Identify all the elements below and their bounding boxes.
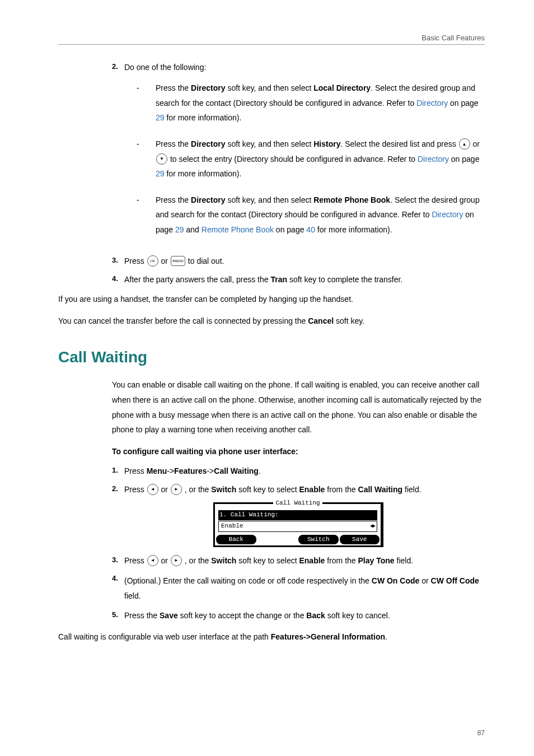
screen-row-highlight: 1. Call Waiting: <box>218 510 377 520</box>
ok-button-icon: OK <box>147 255 158 267</box>
text: . <box>259 466 261 475</box>
left-right-arrows-icon: ◄► <box>370 522 374 531</box>
page-link[interactable]: 29 <box>156 113 165 122</box>
sub-bullet-3: - Press the Directory soft key, and then… <box>137 193 485 237</box>
features-label: Features <box>174 466 207 475</box>
text: or <box>159 256 170 265</box>
text: on page <box>274 225 306 234</box>
text: Press <box>124 466 147 475</box>
save-label: Save <box>160 611 178 620</box>
text: or <box>159 485 170 494</box>
text: Call waiting is configurable via web use… <box>58 632 271 641</box>
text: to select the entry (Directory should be… <box>168 155 418 164</box>
step-number: 4. <box>112 573 124 603</box>
tran-label: Tran <box>270 275 287 284</box>
switch-label: Switch <box>211 485 236 494</box>
down-arrow-icon: ▼ <box>156 153 167 165</box>
text: field. <box>124 591 141 600</box>
call-waiting-label: Call Waiting <box>214 466 259 475</box>
hash-send-button-icon: #SEND <box>171 256 185 266</box>
configure-heading: To configure call waiting via phone user… <box>112 444 485 459</box>
text: to dial out. <box>186 256 224 265</box>
web-path-label: Features->General Information <box>271 632 385 641</box>
step-4: 4. After the party answers the call, pre… <box>112 274 485 285</box>
cancel-label: Cancel <box>308 316 334 325</box>
screen-title: Call Waiting <box>273 500 322 506</box>
step-number: 2. <box>112 484 124 496</box>
menu-label: Menu <box>147 466 167 475</box>
left-arrow-icon: ◄ <box>147 484 158 495</box>
right-arrow-icon: ► <box>171 484 182 495</box>
directory-label: Directory <box>191 195 225 204</box>
text: field. <box>395 556 413 565</box>
step-number: 1. <box>112 465 124 477</box>
text: soft key, and then select <box>226 83 314 92</box>
text: , or the <box>182 556 211 565</box>
switch-label: Switch <box>211 556 236 565</box>
screen-value: Enable <box>221 522 243 531</box>
step-text: Do one of the following: <box>124 63 206 72</box>
directory-link[interactable]: Directory <box>432 210 463 219</box>
sub-bullet-2: - Press the Directory soft key, and then… <box>137 137 485 181</box>
text: soft key, and then select <box>226 139 314 148</box>
text: for more information). <box>165 169 242 178</box>
step-2: 2. Do one of the following: - Press the … <box>112 62 485 249</box>
web-path-note: Call waiting is configurable via web use… <box>58 629 485 645</box>
directory-link[interactable]: Directory <box>416 99 448 108</box>
text: and <box>184 225 202 234</box>
text: for more information). <box>315 225 392 234</box>
text: . Select the desired list and press <box>340 139 458 148</box>
page-header: Basic Call Features <box>58 34 485 45</box>
call-waiting-description: You can enable or disable call waiting o… <box>112 377 485 437</box>
text: Press the <box>156 139 191 148</box>
save-softkey: Save <box>340 535 380 544</box>
dash: - <box>137 137 156 181</box>
text: soft key to complete the transfer. <box>287 275 402 284</box>
screen-input: Enable ◄► <box>218 521 377 532</box>
play-tone-field-label: Play Tone <box>358 556 395 565</box>
text: for more information). <box>165 113 242 122</box>
directory-label: Directory <box>191 83 225 92</box>
cw-off-code-label: CW Off Code <box>431 576 479 585</box>
cancel-note: You can cancel the transfer before the c… <box>58 314 485 329</box>
right-arrow-icon: ► <box>171 555 182 566</box>
step-number: 3. <box>112 255 124 267</box>
empty-softkey: . <box>257 535 298 544</box>
cw-step-4: 4. (Optional.) Enter the call waiting on… <box>112 573 485 603</box>
step-3: 3. Press OK or #SEND to dial out. <box>112 255 485 267</box>
back-label: Back <box>306 611 325 620</box>
call-waiting-screenshot: Call Waiting 1. Call Waiting: Enable ◄► … <box>213 502 383 547</box>
text: (Optional.) Enter the call waiting on co… <box>124 576 372 585</box>
text: soft key to cancel. <box>325 611 390 620</box>
left-arrow-icon: ◄ <box>147 555 158 566</box>
directory-label: Directory <box>191 139 225 148</box>
back-softkey: Back <box>216 535 256 544</box>
page-link[interactable]: 29 <box>175 225 184 234</box>
text: soft key, and then select <box>226 195 314 204</box>
cw-step-2: 2. Press ◄ or ► , or the Switch soft key… <box>112 484 485 496</box>
text: You can cancel the transfer before the c… <box>58 316 308 325</box>
text: . <box>385 632 387 641</box>
text: Press the <box>156 83 191 92</box>
dash: - <box>137 81 156 125</box>
cw-on-code-label: CW On Code <box>372 576 420 585</box>
text: After the party answers the call, press … <box>124 275 270 284</box>
text: on page <box>449 155 480 164</box>
directory-link[interactable]: Directory <box>418 155 449 164</box>
page-link[interactable]: 40 <box>306 225 315 234</box>
text: Press <box>124 256 147 265</box>
text: or <box>159 556 170 565</box>
text: Press the <box>156 195 191 204</box>
text: soft key to accept the change or the <box>178 611 307 620</box>
page-link[interactable]: 29 <box>156 169 165 178</box>
cw-step-5: 5. Press the Save soft key to accept the… <box>112 610 485 621</box>
remote-phone-book-link[interactable]: Remote Phone Book <box>202 225 274 234</box>
arrow: -> <box>167 466 174 475</box>
call-waiting-field-label: Call Waiting <box>358 485 403 494</box>
enable-label: Enable <box>299 556 325 565</box>
cw-step-3: 3. Press ◄ or ► , or the Switch soft key… <box>112 555 485 567</box>
local-directory-label: Local Directory <box>313 83 371 92</box>
step-number: 2. <box>112 62 124 249</box>
text: Press the <box>124 611 160 620</box>
step-number: 5. <box>112 610 124 621</box>
